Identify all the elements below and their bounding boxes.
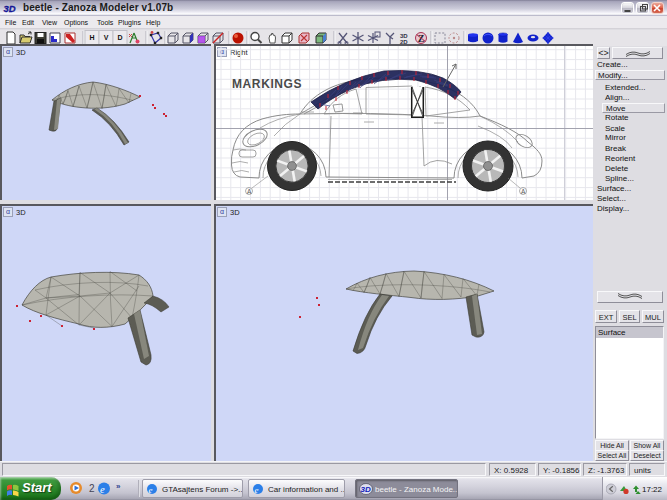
svg-text:MARKINGS: MARKINGS: [232, 77, 302, 91]
svg-text:3D: 3D: [4, 3, 16, 14]
svg-text:e: e: [255, 485, 259, 495]
svg-text:A: A: [521, 188, 526, 195]
svg-text:e: e: [100, 484, 105, 495]
svg-text:3D: 3D: [361, 485, 371, 494]
svg-text:A: A: [247, 188, 252, 195]
svg-text:2: 2: [89, 483, 95, 494]
svg-text:3D: 3D: [400, 33, 408, 39]
svg-text:H: H: [89, 34, 94, 41]
svg-text:»: »: [116, 482, 121, 491]
svg-text:D: D: [117, 34, 122, 41]
svg-text:V: V: [104, 34, 109, 41]
svg-text:e: e: [149, 485, 153, 495]
